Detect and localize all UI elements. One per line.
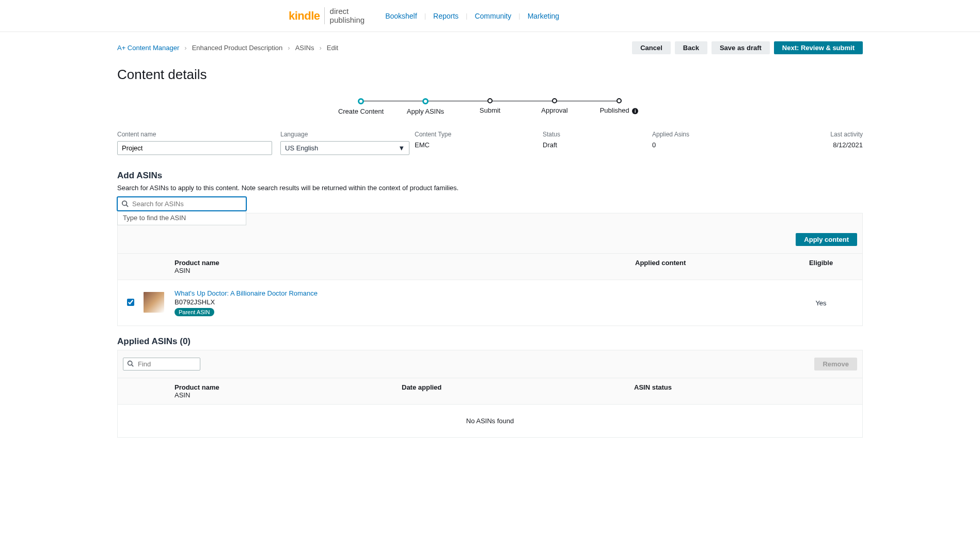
chevron-right-icon: › [184, 44, 186, 52]
add-asins-table-head: Product name ASIN Applied content Eligib… [118, 253, 862, 280]
step-label: Approval [523, 106, 587, 114]
add-asins-panel: Apply content Product name ASIN Applied … [117, 213, 863, 326]
logo-dp-text: directpublishing [324, 7, 365, 24]
table-row: What's Up Doctor: A Billionaire Doctor R… [118, 280, 862, 326]
parent-asin-badge: Parent ASIN [175, 308, 214, 316]
step-label: Submit [458, 106, 523, 114]
content-type-label: Content Type [415, 131, 538, 138]
breadcrumb-asins: ASINs [295, 44, 314, 52]
top-bar: kindle directpublishing Bookshelf | Repo… [0, 0, 980, 32]
status-label: Status [543, 131, 647, 138]
save-draft-button[interactable]: Save as draft [712, 41, 770, 54]
applied-asins-title: Applied ASINs (0) [117, 336, 863, 347]
breadcrumb-edit: Edit [327, 44, 338, 52]
logo-kindle-text: kindle [289, 9, 320, 23]
chevron-right-icon: › [319, 44, 321, 52]
add-asins-title: Add ASINs [117, 171, 863, 181]
empty-state: No ASINs found [118, 405, 862, 437]
apply-content-button[interactable]: Apply content [796, 233, 857, 246]
action-buttons: Cancel Back Save as draft Next: Review &… [632, 41, 863, 54]
nav-sep: | [466, 12, 467, 20]
chevron-right-icon: › [288, 44, 290, 52]
step-dot-icon [358, 98, 364, 104]
step-label: Published i [587, 106, 652, 114]
info-icon[interactable]: i [632, 108, 638, 114]
page-title: Content details [117, 67, 863, 83]
row-checkbox[interactable] [127, 299, 134, 306]
product-asin: B0792JSHLX [175, 298, 635, 306]
col-asin: ASIN [175, 267, 635, 274]
asin-search-wrap: Type to find the ASIN [117, 197, 246, 225]
svg-line-1 [127, 205, 129, 207]
applied-find-input[interactable] [123, 358, 200, 371]
step-dot-icon [552, 98, 557, 103]
last-activity-label: Last activity [830, 131, 863, 138]
language-label: Language [280, 131, 409, 138]
col-eligible: Eligible [809, 259, 833, 267]
product-title-link[interactable]: What's Up Doctor: A Billionaire Doctor R… [175, 289, 318, 297]
applied-asins-panel: Remove Product name ASIN Date applied AS… [117, 350, 863, 438]
search-icon [121, 200, 129, 209]
step-label: Apply ASINs [393, 107, 458, 115]
breadcrumb-root[interactable]: A+ Content Manager [117, 44, 179, 52]
search-icon [127, 360, 134, 368]
col-asin-status: ASIN status [634, 383, 672, 391]
nav-reports[interactable]: Reports [433, 12, 459, 20]
col-date-applied: Date applied [402, 383, 441, 391]
language-value: US English [285, 144, 318, 152]
svg-point-2 [128, 361, 132, 365]
step-label: Create Content [329, 107, 393, 115]
nav-bookshelf[interactable]: Bookshelf [385, 12, 417, 20]
step-dot-icon [422, 98, 429, 104]
applied-asins-value: 0 [652, 141, 774, 149]
svg-point-0 [122, 201, 127, 206]
nav-sep: | [518, 12, 520, 20]
col-product-name: Product name [175, 383, 219, 391]
status-value: Draft [543, 141, 647, 149]
nav-marketing[interactable]: Marketing [528, 12, 559, 20]
content-type-value: EMC [415, 141, 538, 149]
main-nav: Bookshelf | Reports | Community | Market… [385, 12, 559, 20]
back-button[interactable]: Back [675, 41, 707, 54]
content-name-input[interactable] [117, 141, 272, 155]
last-activity-value: 8/12/2021 [833, 141, 863, 149]
nav-sep: | [424, 12, 426, 20]
add-asins-desc: Search for ASINs to apply to this conten… [117, 184, 863, 192]
cancel-button[interactable]: Cancel [632, 41, 671, 54]
content-name-label: Content name [117, 131, 275, 138]
product-thumbnail [144, 292, 164, 313]
asin-search-hint: Type to find the ASIN [117, 211, 246, 225]
step-dot-icon [487, 98, 493, 103]
applied-table-head: Product name ASIN Date applied ASIN stat… [118, 378, 862, 405]
breadcrumb: A+ Content Manager › Enhanced Product De… [117, 44, 338, 52]
asin-search-input[interactable] [117, 197, 246, 211]
svg-line-3 [132, 365, 133, 366]
col-applied-content: Applied content [635, 259, 686, 267]
applied-asins-label: Applied Asins [652, 131, 774, 138]
caret-down-icon: ▼ [398, 144, 405, 152]
next-review-submit-button[interactable]: Next: Review & submit [774, 41, 863, 54]
remove-button[interactable]: Remove [814, 358, 857, 371]
col-asin: ASIN [175, 391, 402, 399]
content-details-row: Content name Language US English ▼ Conte… [117, 131, 863, 155]
eligible-value: Yes [815, 299, 826, 307]
kdp-logo[interactable]: kindle directpublishing [289, 7, 365, 24]
col-product-name: Product name [175, 259, 219, 267]
step-create-content: Create Content [329, 98, 393, 115]
step-dot-icon [617, 98, 622, 103]
progress-stepper: Create Content Apply ASINs Submit Approv… [117, 98, 863, 115]
language-select[interactable]: US English ▼ [280, 141, 409, 155]
breadcrumb-epd: Enhanced Product Description [192, 44, 283, 52]
nav-community[interactable]: Community [475, 12, 511, 20]
